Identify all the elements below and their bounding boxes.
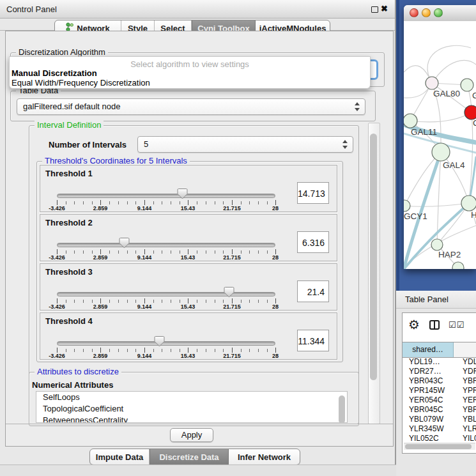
- table-row[interactable]: YBR045CYBR0: [403, 405, 476, 415]
- tab-discretize-data[interactable]: Discretize Data: [150, 449, 229, 464]
- list-item[interactable]: BetweennessCentrality: [36, 415, 347, 423]
- divider: [6, 424, 393, 424]
- group-label: Threshold's Coordinates for 5 Intervals: [42, 156, 190, 165]
- threshold-label: Threshold 3: [45, 267, 93, 277]
- numerical-attributes-label: Numerical Attributes: [32, 380, 113, 390]
- close-traffic-light[interactable]: [410, 8, 418, 17]
- tick-label: -3.426: [49, 303, 65, 310]
- tick-label: -3.426: [49, 254, 65, 261]
- spinner-arrows-icon: [342, 140, 348, 149]
- threshold-value-field[interactable]: 6.316: [297, 231, 329, 253]
- svg-text:C: C: [473, 118, 476, 128]
- attributes-list: SelfLoops TopologicalCoefficient Between…: [36, 391, 348, 423]
- gear-icon[interactable]: ⚙: [408, 318, 420, 331]
- list-scrollbar-thumb[interactable]: [339, 395, 345, 423]
- bottom-tab-bar: Impute Data Discretize Data Infer Networ…: [89, 449, 300, 465]
- node-gcy1[interactable]: [404, 200, 410, 211]
- tick-label: 2.859: [93, 303, 108, 310]
- slider-track[interactable]: [57, 341, 275, 346]
- settings-scrollbar[interactable]: [368, 123, 380, 424]
- table-row[interactable]: YER054CYER0: [403, 395, 476, 405]
- svg-text:GAL80: GAL80: [433, 89, 460, 98]
- table-data-combobox[interactable]: galFiltered.sif default node: [17, 98, 365, 115]
- tab-impute-data[interactable]: Impute Data: [90, 449, 150, 464]
- node-selected-red[interactable]: [464, 105, 476, 119]
- desktop-background-edge: [396, 0, 399, 291]
- minor-ticks: [57, 300, 277, 303]
- threshold-value-field[interactable]: 21.4: [297, 280, 329, 302]
- table-row[interactable]: YDL19…YDL1: [403, 357, 476, 367]
- tick-label: -3.426: [49, 205, 65, 211]
- table-row[interactable]: YDR27…YDR2: [403, 367, 476, 376]
- list-item[interactable]: TopologicalCoefficient: [36, 403, 347, 415]
- threshold-label: Threshold 1: [45, 169, 93, 178]
- dropdown-placeholder: Select algorithm to view settings: [10, 59, 370, 69]
- algorithm-dropdown-popup: Select algorithm to view settings Manual…: [9, 56, 371, 89]
- dropdown-option-equal-width[interactable]: Equal Width/Frequency Discretization: [12, 78, 150, 88]
- threshold-label: Threshold 4: [45, 316, 93, 326]
- tick-label: 21.715: [223, 205, 241, 211]
- checkbox-icons[interactable]: ☑☑: [449, 320, 464, 330]
- column-layout-icon[interactable]: [429, 320, 440, 330]
- table-row[interactable]: YBL079WYBL0: [403, 415, 476, 424]
- tab-infer-network[interactable]: Infer Network: [229, 449, 300, 464]
- scrollbar-thumb[interactable]: [405, 444, 472, 449]
- table-rows: YDL19…YDL1 YDR27…YDR2 YBR043CYBR0 YPR145…: [403, 357, 476, 443]
- slider-thumb[interactable]: [177, 188, 188, 200]
- network-canvas[interactable]: GAL80 GA C GAL11 GAL4 GCY1 H HAP2: [404, 21, 476, 269]
- num-intervals-combobox[interactable]: 5: [137, 136, 353, 153]
- node-gal80[interactable]: [426, 77, 438, 89]
- node-hap2[interactable]: [431, 239, 443, 250]
- bottom-strip: [0, 464, 396, 476]
- screen: Control Panel ✖ Network Style Select Cyn…: [0, 0, 476, 476]
- network-window: GAL80 GA C GAL11 GAL4 GCY1 H HAP2: [404, 5, 476, 269]
- tick-label: 21.715: [223, 353, 241, 359]
- tick-label: 28: [272, 254, 279, 261]
- slider-track[interactable]: [57, 292, 275, 296]
- node-gal4[interactable]: [432, 143, 450, 161]
- table-row[interactable]: YBR043CYBR0: [403, 376, 476, 386]
- slider-thumb[interactable]: [224, 286, 235, 298]
- tick-label: 15.43: [181, 205, 196, 211]
- apply-button[interactable]: Apply: [170, 428, 213, 442]
- column-header-name[interactable]: n: [454, 342, 476, 357]
- slider-track[interactable]: [57, 194, 275, 198]
- table-row[interactable]: YIL052CYIL0: [403, 434, 476, 443]
- threshold-value-field[interactable]: 14.713: [297, 182, 329, 204]
- node-h[interactable]: [461, 196, 476, 211]
- threshold-1-panel: Threshold 1 -3.426 2.859 9.144 15.43 21.…: [40, 165, 337, 212]
- tick-label: -3.426: [49, 353, 65, 359]
- float-window-icon[interactable]: [371, 6, 378, 13]
- close-icon[interactable]: ✖: [381, 4, 388, 13]
- table-horizontal-scrollbar[interactable]: [404, 443, 475, 450]
- group-label: Discretization Algorithm: [16, 47, 108, 57]
- node-gal11[interactable]: [404, 114, 417, 128]
- slider-thumb[interactable]: [154, 335, 165, 348]
- threshold-4-panel: Threshold 4 -3.426 2.859 9.144 15.43 21.…: [40, 312, 337, 360]
- svg-text:GAL4: GAL4: [443, 160, 465, 170]
- tick-label: 21.715: [223, 303, 241, 310]
- table-panel-title: Table Panel: [405, 295, 449, 304]
- threshold-value-field[interactable]: 11.344: [297, 330, 329, 351]
- table-header-row: shared… n: [403, 342, 476, 358]
- list-item[interactable]: SelfLoops: [36, 392, 347, 403]
- dropdown-option-manual[interactable]: Manual Discretization: [12, 68, 97, 78]
- svg-text:GAL11: GAL11: [411, 127, 437, 137]
- network-window-titlebar[interactable]: [404, 5, 476, 22]
- num-intervals-label: Number of Intervals: [49, 140, 127, 150]
- node-table: ⚙ ☑☑ shared… n YDL19…YDL1 YDR27…YDR2 YBR…: [402, 312, 476, 454]
- scrollbar-thumb[interactable]: [370, 134, 377, 380]
- node-partial-top-right[interactable]: [461, 79, 473, 91]
- table-panel-titlebar: Table Panel: [396, 291, 476, 309]
- column-header-shared-name[interactable]: shared…: [403, 342, 454, 357]
- table-row[interactable]: YLR345WYLR3: [403, 424, 476, 434]
- tick-label: 15.43: [181, 353, 196, 359]
- table-row[interactable]: YPR145WYPR1: [403, 386, 476, 395]
- tick-label: 9.144: [137, 353, 152, 359]
- window-title: Control Panel: [6, 4, 57, 14]
- zoom-traffic-light[interactable]: [434, 8, 443, 17]
- minimize-traffic-light[interactable]: [422, 8, 431, 17]
- slider-thumb[interactable]: [119, 237, 130, 249]
- slider-track[interactable]: [57, 243, 275, 247]
- control-panel-titlebar: Control Panel ✖: [0, 0, 396, 19]
